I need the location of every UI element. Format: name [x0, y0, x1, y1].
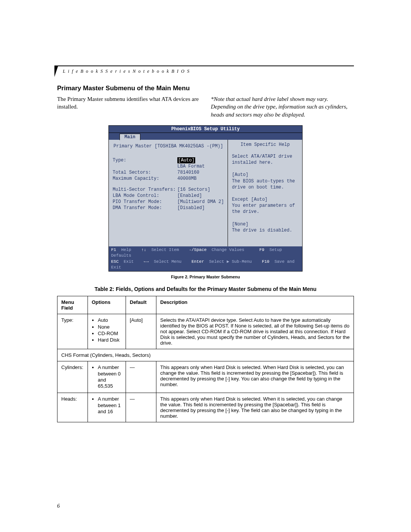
bios-panel: PhoenixBIOS Setup Utility Main Primary M… — [108, 125, 303, 272]
field-pio-value[interactable]: [Multiword DMA 2] — [177, 199, 224, 205]
th-options: Options — [88, 296, 126, 314]
bios-utility-title: PhoenixBIOS Setup Utility — [109, 126, 302, 133]
intro-note: *Note that actual hard drive label shown… — [211, 95, 354, 118]
cell-menu-field: Heads: — [57, 393, 88, 422]
field-total-sectors-value: 78140160 — [177, 169, 199, 176]
intro-left: The Primary Master submenu identifies wh… — [57, 95, 200, 118]
key-updown-icon: ↑↓ — [141, 248, 146, 252]
field-total-sectors-label: Total Sectors: — [113, 169, 177, 176]
label-select-menu: Select Menu — [154, 259, 182, 264]
key-f10: F10 — [262, 259, 269, 264]
header-rule — [57, 66, 354, 66]
field-type-label: Type: — [113, 157, 177, 163]
field-lba-mode-value[interactable]: [Enabled] — [177, 193, 202, 199]
bios-help-text: Select ATA/ATAPI drive installed here. [… — [232, 153, 298, 233]
th-default: Default — [126, 296, 156, 314]
option-item: A number between 0 and 65,535 — [98, 364, 122, 389]
cell-description: This appears only when Hard Disk is sele… — [156, 393, 354, 422]
page-number: 6 — [57, 503, 60, 509]
field-max-capacity-value: 40008MB — [177, 176, 196, 182]
option-item: None — [98, 324, 122, 330]
cell-description: Selects the ATA/ATAPI device type. Selec… — [156, 314, 354, 349]
cell-default: [Auto] — [126, 314, 156, 349]
bios-footer: F1 Help ↑↓ Select Item -/Space Change Va… — [109, 246, 302, 272]
key-esc: ESC — [111, 259, 119, 264]
key-enter: Enter — [191, 259, 204, 264]
bios-submenu-title: Primary Master [TOSHIBA MK4025GAS -(PM)] — [113, 142, 224, 153]
lba-format-label: LBA Format — [177, 163, 205, 169]
running-head: L i f e B o o k S S e r i e s N o t e b … — [63, 69, 190, 74]
table-row: Type:AutoNoneCD-ROMHard Disk[Auto]Select… — [57, 314, 354, 349]
label-select-item: Select Item — [151, 248, 179, 252]
label-exit: Exit — [124, 259, 134, 264]
cell-default: — — [126, 361, 156, 393]
label-change-values: Change Values — [212, 248, 244, 252]
cell-menu-field: Type: — [57, 314, 88, 349]
label-select-sub: Select ▶ Sub-Menu — [209, 259, 252, 264]
cell-menu-field: Cylinders: — [57, 361, 88, 393]
cell-description: This appears only when Hard Disk is sele… — [156, 361, 354, 393]
table-section-cell: CHS Format (Cylinders, Heads, Sectors) — [57, 349, 354, 361]
cell-options: A number between 1 and 16 — [88, 393, 126, 422]
cell-options: A number between 0 and 65,535 — [88, 361, 126, 393]
key-f1: F1 — [111, 248, 116, 252]
table-row: Cylinders:A number between 0 and 65,535—… — [57, 361, 354, 393]
page-content: Primary Master Submenu of the Main Menu … — [57, 85, 354, 422]
option-item: Hard Disk — [98, 337, 122, 343]
bios-tab-main[interactable]: Main — [119, 134, 140, 140]
bios-menubar: Main — [109, 133, 302, 140]
table-header-row: Menu Field Options Default Description — [57, 296, 354, 314]
cell-options: AutoNoneCD-ROMHard Disk — [88, 314, 126, 349]
option-item: Auto — [98, 317, 122, 323]
field-pio-label: PIO Transfer Mode: — [113, 199, 177, 205]
field-lba-mode-label: LBA Mode Control: — [113, 193, 177, 199]
key-f9: F9 — [260, 248, 264, 252]
table-row: CHS Format (Cylinders, Heads, Sectors) — [57, 349, 354, 361]
field-max-capacity-label: Maximum Capacity: — [113, 176, 177, 182]
bios-help-pane: Item Specific Help Select ATA/ATAPI driv… — [228, 140, 302, 246]
table-row: Heads:A number between 1 and 16—This app… — [57, 393, 354, 422]
bios-left-pane: Primary Master [TOSHIBA MK4025GAS -(PM)]… — [109, 140, 228, 246]
section-title: Primary Master Submenu of the Main Menu — [57, 85, 354, 92]
bios-help-title: Item Specific Help — [232, 142, 298, 147]
field-type-value[interactable]: [Auto] — [177, 157, 195, 163]
key-minus-space: -/Space — [189, 248, 207, 252]
field-multi-sector-label: Multi-Sector Transfers: — [113, 187, 177, 193]
th-description: Description — [156, 296, 354, 314]
table-title: Table 2: Fields, Options and Defaults fo… — [57, 286, 354, 292]
field-multi-sector-value[interactable]: [16 Sectors] — [177, 187, 210, 193]
field-dma-label: DMA Transfer Mode: — [113, 205, 177, 211]
option-item: CD-ROM — [98, 331, 122, 337]
label-help: Help — [121, 248, 131, 252]
figure-caption: Figure 2. Primary Master Submenu — [57, 275, 354, 279]
option-item: A number between 1 and 16 — [98, 396, 122, 415]
options-table: Menu Field Options Default Description T… — [57, 296, 354, 422]
key-leftright-icon: ←→ — [144, 259, 149, 264]
th-menu-field: Menu Field — [57, 296, 88, 314]
header-wedge-icon — [54, 66, 58, 77]
cell-default: — — [126, 393, 156, 422]
field-dma-value[interactable]: [Disabled] — [177, 205, 205, 211]
